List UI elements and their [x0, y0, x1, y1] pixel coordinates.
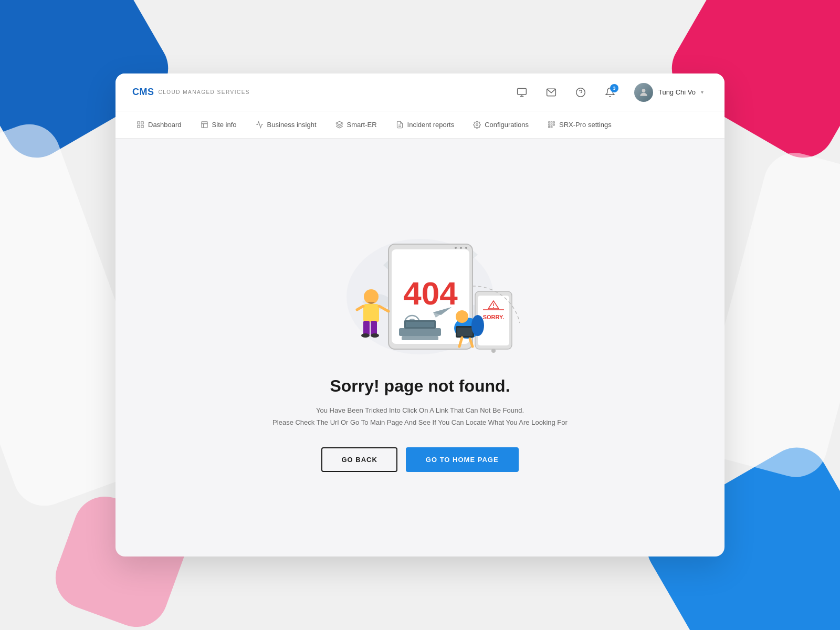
logo-abbr: CMS [132, 87, 154, 98]
gear-icon [473, 121, 481, 129]
svg-point-31 [491, 349, 496, 353]
grid-icon [548, 121, 555, 129]
svg-point-11 [476, 124, 478, 126]
svg-point-53 [456, 310, 468, 323]
error-desc-line2: Please Check The Url Or Go To Main Page … [272, 418, 568, 426]
nav-item-site-info[interactable]: Site info [192, 117, 245, 133]
user-name: Tung Chi Vo [658, 88, 696, 96]
avatar-image [638, 87, 649, 98]
illustration-svg: 404 SORRY. [320, 223, 520, 360]
nav-item-business-insight[interactable]: Business insight [247, 117, 325, 133]
mail-icon [546, 87, 556, 98]
main-nav: Dashboard Site info Business insight Sma… [116, 111, 724, 139]
mail-icon-button[interactable] [542, 83, 561, 102]
nav-item-dashboard[interactable]: Dashboard [128, 117, 190, 133]
svg-rect-18 [549, 127, 550, 128]
error-illustration: 404 SORRY. [320, 223, 520, 360]
notification-icon-button[interactable]: 3 [601, 83, 620, 102]
main-content: 404 SORRY. [116, 139, 724, 556]
svg-point-46 [361, 333, 370, 338]
svg-rect-45 [371, 321, 377, 335]
nav-item-smart-er[interactable]: Smart-ER [327, 117, 385, 133]
go-home-button[interactable]: GO TO HOME PAGE [406, 447, 519, 472]
svg-rect-19 [551, 127, 552, 128]
error-actions: GO BACK GO TO HOME PAGE [321, 447, 518, 472]
svg-point-35 [493, 307, 494, 308]
header-icons: 3 Tung Chi Vo ▾ [512, 81, 708, 104]
report-icon [396, 121, 404, 129]
nav-label-business-insight: Business insight [267, 121, 317, 129]
go-back-button[interactable]: GO BACK [321, 447, 397, 472]
svg-point-25 [465, 247, 467, 249]
svg-rect-55 [457, 328, 472, 336]
nav-label-dashboard: Dashboard [148, 121, 182, 129]
notification-badge: 3 [610, 84, 618, 92]
svg-rect-8 [201, 122, 207, 128]
nav-label-incident-reports: Incident reports [407, 121, 455, 129]
nav-label-configurations: Configurations [485, 121, 529, 129]
svg-text:SORRY.: SORRY. [483, 314, 505, 320]
error-title: Sorry! page not found. [330, 376, 510, 396]
nav-item-incident-reports[interactable]: Incident reports [387, 117, 463, 133]
nav-label-srx-pro: SRX-Pro settings [559, 121, 612, 129]
svg-rect-6 [138, 125, 140, 128]
svg-point-56 [471, 315, 484, 336]
building-icon [201, 121, 208, 129]
screen-icon [517, 87, 527, 98]
main-card: CMS CLOUD MANAGED SERVICES [116, 74, 724, 556]
nav-item-configurations[interactable]: Configurations [465, 117, 537, 133]
svg-text:404: 404 [403, 275, 458, 311]
error-desc-line1: You Have Been Tricked Into Click On A Li… [316, 406, 524, 414]
screen-icon-button[interactable] [512, 83, 531, 102]
app-header: CMS CLOUD MANAGED SERVICES [116, 74, 724, 111]
svg-point-24 [460, 247, 462, 249]
chart-icon [256, 121, 264, 129]
svg-rect-41 [363, 304, 379, 322]
error-description: You Have Been Tricked Into Click On A Li… [272, 404, 568, 429]
nav-item-srx-pro[interactable]: SRX-Pro settings [539, 117, 620, 133]
svg-rect-5 [141, 122, 143, 124]
smart-icon [335, 121, 343, 129]
svg-rect-44 [363, 321, 370, 335]
svg-rect-12 [549, 122, 550, 123]
svg-point-23 [455, 247, 457, 249]
nav-label-smart-er: Smart-ER [347, 121, 377, 129]
svg-rect-16 [551, 124, 552, 125]
logo-full: CLOUD MANAGED SERVICES [159, 89, 250, 95]
svg-rect-51 [406, 322, 434, 327]
svg-rect-48 [399, 328, 441, 336]
svg-rect-13 [551, 122, 552, 123]
nav-label-site-info: Site info [212, 121, 237, 129]
user-menu[interactable]: Tung Chi Vo ▾ [630, 81, 708, 104]
svg-point-2 [576, 88, 585, 97]
svg-point-47 [371, 333, 379, 338]
svg-rect-4 [138, 122, 140, 124]
svg-rect-0 [518, 88, 527, 94]
svg-rect-17 [553, 124, 555, 125]
svg-rect-14 [553, 122, 555, 123]
svg-rect-15 [549, 124, 550, 125]
svg-rect-7 [141, 125, 143, 128]
help-icon-button[interactable] [571, 83, 590, 102]
svg-point-3 [642, 89, 646, 92]
help-icon [575, 87, 586, 98]
avatar [634, 83, 653, 102]
chevron-down-icon: ▾ [701, 89, 704, 95]
svg-point-40 [364, 289, 379, 304]
dashboard-icon [136, 121, 144, 129]
logo-area: CMS CLOUD MANAGED SERVICES [132, 87, 250, 98]
svg-rect-49 [402, 336, 438, 340]
